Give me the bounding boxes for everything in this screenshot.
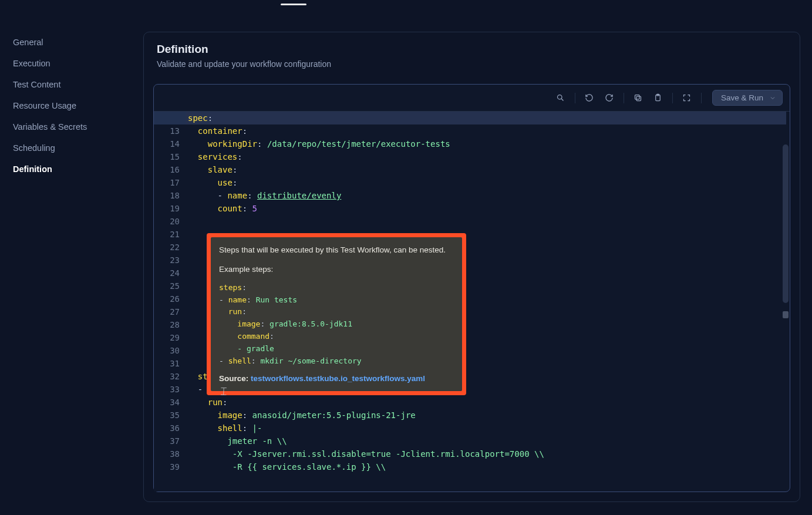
text-cursor-icon: ⌶ <box>221 386 227 396</box>
code-line[interactable]: - name: distribute/evenly <box>188 189 790 202</box>
line-number: 26 <box>154 292 180 305</box>
save-run-button[interactable]: Save & Run <box>712 90 783 106</box>
save-run-label: Save & Run <box>721 93 763 102</box>
line-number: 27 <box>154 305 180 318</box>
toolbar-separator <box>624 93 624 103</box>
code-line[interactable] <box>188 215 790 228</box>
tooltip-source: Source: testworkflows.testkube.io_testwo… <box>219 373 454 385</box>
toolbar-separator <box>575 93 575 103</box>
fullscreen-icon[interactable] <box>679 90 695 106</box>
page-title: Definition <box>157 43 787 56</box>
code-line[interactable]: run: <box>188 396 790 409</box>
undo-icon[interactable] <box>581 90 598 106</box>
code-line[interactable]: image: anasoid/jmeter:5.5-plugins-21-jre <box>188 409 790 422</box>
editor-toolbar: Save & Run <box>154 85 790 112</box>
line-number: 30 <box>154 344 180 357</box>
code-line[interactable]: spec: <box>188 112 790 124</box>
svg-rect-2 <box>636 96 641 101</box>
line-number: 24 <box>154 267 180 280</box>
code-line[interactable]: slave: <box>188 163 790 176</box>
line-number: 15 <box>154 150 180 163</box>
hover-tooltip: Steps that will be executed by this Test… <box>211 237 462 391</box>
copy-icon[interactable] <box>630 90 646 106</box>
tooltip-source-label: Source: <box>219 374 248 383</box>
sidebar-item-execution[interactable]: Execution <box>13 53 143 74</box>
sidebar-item-definition[interactable]: Definition <box>13 159 143 180</box>
sidebar: General Execution Test Content Resource … <box>0 6 143 515</box>
code-line[interactable]: use: <box>188 176 790 189</box>
line-number: 28 <box>154 318 180 331</box>
sidebar-item-test-content[interactable]: Test Content <box>13 74 143 95</box>
line-number: 16 <box>154 163 180 176</box>
line-number: 39 <box>154 460 180 473</box>
main-header: Definition Validate and update your work… <box>144 32 800 77</box>
line-number: 29 <box>154 331 180 344</box>
toolbar-separator <box>701 93 702 103</box>
toolbar-separator <box>672 93 673 103</box>
code-line[interactable]: -R {{ services.slave.*.ip }} \\ <box>188 460 790 473</box>
line-number: 32 <box>154 370 180 383</box>
svg-rect-3 <box>635 95 640 100</box>
code-line[interactable]: shell: |- <box>188 422 790 435</box>
paste-icon[interactable] <box>650 90 666 106</box>
line-number: 19 <box>154 202 180 215</box>
svg-point-0 <box>558 95 562 100</box>
line-number: 14 <box>154 137 180 150</box>
line-number: 20 <box>154 215 180 228</box>
line-number: 38 <box>154 447 180 460</box>
tooltip-source-link[interactable]: testworkflows.testkube.io_testworkflows.… <box>251 374 425 383</box>
code-line[interactable]: -X -Jserver.rmi.ssl.disable=true -Jclien… <box>188 447 790 460</box>
svg-line-1 <box>562 99 564 100</box>
line-number: 17 <box>154 176 180 189</box>
tooltip-subheading: Example steps: <box>219 264 454 276</box>
tooltip-highlight-box: Steps that will be executed by this Test… <box>207 233 466 395</box>
line-number: 35 <box>154 409 180 422</box>
line-number: 22 <box>154 241 180 254</box>
line-gutter: 6131415161718192021222324252627282930313… <box>154 112 186 492</box>
code-line[interactable]: jmeter -n \\ <box>188 435 790 447</box>
line-number: 34 <box>154 396 180 409</box>
sidebar-item-resource-usage[interactable]: Resource Usage <box>13 95 143 116</box>
line-number: 23 <box>154 254 180 267</box>
code-line[interactable]: container: <box>188 124 790 137</box>
code-line[interactable]: services: <box>188 150 790 163</box>
code-line[interactable]: workingDir: /data/repo/test/jmeter/execu… <box>188 137 790 150</box>
page-subtitle: Validate and update your workflow config… <box>157 59 787 69</box>
line-number: 36 <box>154 422 180 435</box>
code-line[interactable]: count: 5 <box>188 202 790 215</box>
tooltip-heading: Steps that will be executed by this Test… <box>219 244 454 257</box>
line-number: 18 <box>154 189 180 202</box>
line-number: 21 <box>154 228 180 241</box>
line-number: 33 <box>154 383 180 396</box>
line-number: 37 <box>154 435 180 447</box>
tooltip-code: steps: - name: Run tests run: image: gra… <box>219 282 454 368</box>
top-tab-underline <box>281 4 306 5</box>
line-number: 13 <box>154 124 180 137</box>
sidebar-item-general[interactable]: General <box>13 32 143 53</box>
sidebar-item-scheduling[interactable]: Scheduling <box>13 137 143 159</box>
sidebar-item-variables-secrets[interactable]: Variables & Secrets <box>13 116 143 137</box>
line-number: 25 <box>154 280 180 292</box>
chevron-down-icon <box>769 95 776 102</box>
search-icon[interactable] <box>552 90 569 106</box>
redo-icon[interactable] <box>601 90 618 106</box>
line-number: 31 <box>154 357 180 370</box>
